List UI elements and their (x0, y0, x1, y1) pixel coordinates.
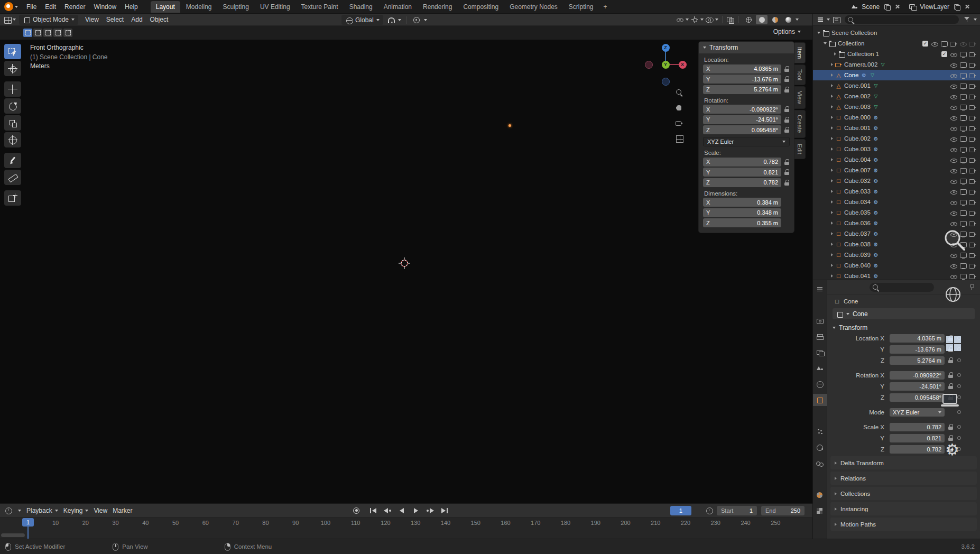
property-field[interactable]: XYZ Euler (890, 408, 945, 417)
object-name[interactable]: Cube.033 (844, 188, 871, 195)
shading-material-button[interactable] (769, 15, 781, 24)
3d-viewport[interactable]: Options Front Ortho (0, 26, 812, 503)
n-panel-tab[interactable]: View (794, 86, 806, 109)
lock-icon[interactable] (948, 346, 954, 352)
hide-eye-icon[interactable] (949, 272, 957, 280)
expand-arrow-icon[interactable] (824, 42, 827, 44)
outliner-object-row[interactable]: Cube.037 (813, 228, 980, 239)
expand-arrow-icon[interactable] (831, 84, 833, 87)
tab-modifiers[interactable] (813, 410, 827, 422)
z-axis-ball[interactable]: Z (662, 44, 670, 52)
object-name[interactable]: Cone.003 (844, 104, 871, 110)
hide-eye-icon[interactable] (949, 230, 957, 237)
lock-icon[interactable] (948, 357, 954, 363)
object-name[interactable]: Collection 1 (847, 51, 879, 57)
menu-item[interactable]: Render (60, 2, 89, 12)
tab-tool[interactable] (813, 299, 827, 311)
frame-start-field[interactable]: Start 1 (717, 506, 757, 515)
hide-eye-icon[interactable] (949, 82, 957, 89)
expand-arrow-icon[interactable] (831, 116, 833, 119)
chevron-down-icon[interactable] (686, 19, 689, 21)
animate-dot-icon[interactable] (957, 358, 961, 362)
keying-menu[interactable]: Keying (63, 507, 89, 514)
hide-eye-icon[interactable] (949, 262, 957, 269)
lock-icon[interactable] (784, 76, 790, 82)
disable-viewport-icon[interactable] (959, 209, 966, 216)
tab-output[interactable] (813, 330, 827, 343)
expand-arrow-icon[interactable] (831, 179, 833, 182)
workspace-tab[interactable]: Shading (344, 1, 378, 13)
object-name[interactable]: Cube.002 (844, 135, 871, 142)
measure-tool[interactable] (4, 170, 21, 185)
shading-wireframe-button[interactable] (743, 15, 754, 24)
select-box-tool[interactable] (4, 44, 21, 59)
object-name[interactable]: Cube.034 (844, 199, 871, 205)
object-name[interactable]: Camera.002 (844, 61, 877, 68)
playback-menu[interactable]: Playback (26, 507, 58, 514)
transform-tool[interactable] (4, 132, 21, 147)
shading-solid-button[interactable] (756, 15, 768, 24)
collapsed-section[interactable]: Instancing (830, 502, 977, 515)
expand-arrow-icon[interactable] (831, 169, 833, 172)
expand-arrow-icon[interactable] (831, 211, 833, 214)
lock-icon[interactable] (784, 169, 790, 175)
hide-eye-icon[interactable] (949, 71, 957, 79)
disable-render-icon[interactable] (968, 145, 976, 153)
expand-arrow-icon[interactable] (831, 95, 833, 98)
expand-arrow-icon[interactable] (831, 232, 833, 235)
hide-eye-icon[interactable] (949, 251, 957, 258)
prev-keyframe-button[interactable] (381, 505, 393, 515)
disable-render-icon[interactable] (968, 124, 976, 132)
hide-eye-icon[interactable] (949, 135, 957, 142)
select-mode-new[interactable] (23, 29, 32, 37)
object-name[interactable]: Cube.040 (844, 262, 871, 269)
marker-menu[interactable]: Marker (113, 507, 132, 514)
property-field[interactable]: 4.0365 m (890, 334, 945, 343)
remove-view-layer-icon[interactable] (963, 3, 972, 11)
animate-dot-icon[interactable] (957, 336, 961, 340)
disable-render-icon[interactable] (968, 198, 976, 206)
editor-type-icon[interactable] (813, 283, 827, 295)
disable-viewport-icon[interactable] (959, 198, 966, 206)
expand-arrow-icon[interactable] (831, 158, 833, 161)
disable-viewport-icon[interactable] (959, 124, 966, 132)
expand-arrow-icon[interactable] (831, 63, 833, 66)
disable-render-icon[interactable] (968, 135, 976, 142)
view-menu[interactable]: View (94, 507, 107, 514)
property-field[interactable]: 5.2764 m (890, 356, 945, 365)
number-field[interactable]: Z 5.2764 m (703, 85, 781, 94)
disable-viewport-icon[interactable] (959, 241, 966, 248)
workspace-tab[interactable]: Sculpting (218, 1, 254, 13)
lock-icon[interactable] (784, 159, 790, 165)
tab-scene[interactable] (813, 362, 827, 374)
object-name[interactable]: Cube.004 (844, 156, 871, 163)
number-field[interactable]: Z 0.095458° (703, 125, 781, 134)
lock-icon[interactable] (784, 87, 790, 93)
expand-arrow-icon[interactable] (817, 32, 820, 34)
animate-dot-icon[interactable] (957, 447, 961, 451)
lock-icon[interactable] (784, 117, 790, 123)
outliner-object-row[interactable]: Cube.040 (813, 260, 980, 271)
expand-arrow-icon[interactable] (831, 264, 833, 267)
workspace-tab[interactable]: Compositing (458, 1, 504, 13)
disable-render-icon[interactable] (968, 61, 976, 68)
tab-physics[interactable] (813, 441, 827, 454)
disable-render-icon[interactable] (968, 272, 976, 280)
outliner-object-row[interactable]: Camera.002 (813, 59, 980, 70)
expand-arrow-icon[interactable] (831, 190, 833, 193)
disable-viewport-icon[interactable] (959, 262, 966, 269)
hide-eye-icon[interactable] (949, 198, 957, 206)
viewport-menu-item[interactable]: Select (103, 15, 127, 24)
outliner-object-row[interactable]: Cube.039 (813, 250, 980, 260)
options-dropdown[interactable]: Options (773, 28, 801, 35)
number-field[interactable]: X 0.384 m (703, 198, 781, 207)
workspace-tab[interactable]: Layout (151, 1, 180, 13)
expand-arrow-icon[interactable] (831, 221, 833, 225)
menu-item[interactable]: Window (89, 2, 121, 12)
property-field[interactable]: -0.090922° (890, 371, 945, 380)
ortho-grid-icon[interactable] (675, 134, 683, 143)
editor-type-icon[interactable] (816, 15, 825, 24)
editor-type-icon[interactable] (4, 506, 13, 515)
hide-eye-icon[interactable] (949, 50, 957, 58)
property-field[interactable]: 0.095458° (890, 393, 945, 402)
